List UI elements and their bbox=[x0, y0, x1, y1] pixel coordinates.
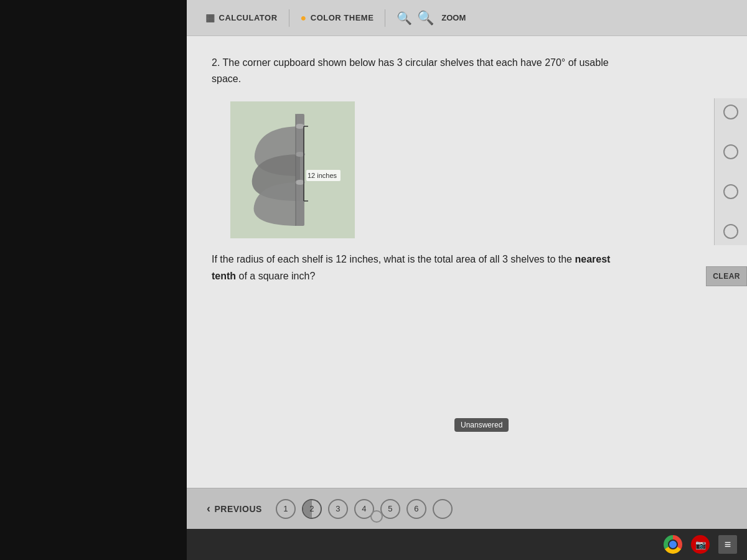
toolbar-divider-2 bbox=[385, 9, 385, 27]
question-area: 2. The corner cupboard shown below has 3… bbox=[187, 36, 747, 488]
previous-button[interactable]: ‹ PREVIOUS bbox=[199, 500, 270, 518]
system-bar: 📷 ≡ bbox=[187, 529, 747, 560]
calculator-button[interactable]: ▦ CALCULATOR bbox=[197, 12, 286, 24]
nav-item-1[interactable]: 1 bbox=[276, 499, 296, 519]
right-options bbox=[714, 98, 747, 245]
color-theme-icon: ● bbox=[301, 12, 307, 24]
followup-rest: of a square inch? bbox=[236, 271, 315, 281]
calculator-icon: ▦ bbox=[205, 12, 215, 24]
zoom-in-icon[interactable]: 🔍 bbox=[417, 10, 434, 26]
nav-item-5[interactable]: 5 bbox=[380, 499, 400, 519]
zoom-section: 🔍 🔍 ZOOM bbox=[388, 10, 474, 26]
toolbar: ▦ CALCULATOR ● COLOR THEME 🔍 🔍 ZOOM bbox=[187, 0, 747, 36]
cupboard-illustration: 12 inches bbox=[230, 101, 355, 238]
unanswered-label: Unanswered bbox=[461, 421, 502, 429]
followup-text: If the radius of each shelf is 12 inches… bbox=[212, 251, 635, 284]
nav-item-4-label: 4 bbox=[362, 504, 366, 513]
cupboard-svg: 12 inches bbox=[237, 108, 349, 232]
video-icon[interactable]: 📷 bbox=[691, 535, 710, 554]
nav-item-3-label: 3 bbox=[336, 504, 340, 513]
nav-item-1-label: 1 bbox=[283, 504, 288, 513]
nav-item-5-label: 5 bbox=[388, 504, 392, 513]
hamburger-icon: ≡ bbox=[725, 538, 731, 551]
option-b-radio[interactable] bbox=[723, 144, 738, 159]
calculator-label: CALCULATOR bbox=[219, 13, 278, 22]
clear-label: CLEAR bbox=[713, 272, 740, 281]
question-body: The corner cupboard shown below has 3 ci… bbox=[212, 57, 609, 84]
clear-button[interactable]: CLEAR bbox=[706, 266, 747, 286]
question-text: 2. The corner cupboard shown below has 3… bbox=[212, 55, 635, 86]
screen-container: ▦ CALCULATOR ● COLOR THEME 🔍 🔍 ZOOM 2. T… bbox=[0, 0, 747, 560]
previous-label: PREVIOUS bbox=[215, 504, 262, 514]
left-bezel bbox=[0, 0, 187, 560]
zoom-label: ZOOM bbox=[441, 13, 466, 22]
bottom-left-radio[interactable] bbox=[370, 510, 383, 523]
option-d-radio[interactable] bbox=[723, 224, 738, 239]
color-theme-label: COLOR THEME bbox=[311, 13, 374, 22]
option-a-radio[interactable] bbox=[723, 105, 738, 119]
bottom-nav-bar: ‹ PREVIOUS 1 2 3 4 5 6 bbox=[187, 488, 747, 529]
video-symbol: 📷 bbox=[695, 539, 706, 549]
color-theme-button[interactable]: ● COLOR THEME bbox=[292, 12, 383, 24]
nav-item-6-label: 6 bbox=[414, 504, 418, 513]
menu-icon[interactable]: ≡ bbox=[718, 535, 737, 554]
nav-item-2[interactable]: 2 bbox=[302, 499, 322, 519]
question-number: 2. bbox=[212, 57, 223, 68]
followup-intro: If the radius of each shelf is 12 inches… bbox=[212, 254, 575, 264]
toolbar-divider-1 bbox=[289, 9, 289, 27]
svg-text:12 inches: 12 inches bbox=[308, 172, 337, 179]
main-content: ▦ CALCULATOR ● COLOR THEME 🔍 🔍 ZOOM 2. T… bbox=[187, 0, 747, 560]
unanswered-badge: Unanswered bbox=[454, 418, 509, 432]
nav-item-6[interactable]: 6 bbox=[406, 499, 426, 519]
nav-item-3[interactable]: 3 bbox=[328, 499, 348, 519]
nav-item-next[interactable] bbox=[433, 499, 453, 519]
previous-arrow-icon: ‹ bbox=[207, 502, 211, 515]
nav-item-2-label: 2 bbox=[309, 504, 314, 513]
option-c-radio[interactable] bbox=[723, 184, 738, 199]
chrome-icon[interactable] bbox=[664, 535, 682, 554]
zoom-out-icon[interactable]: 🔍 bbox=[397, 11, 412, 26]
